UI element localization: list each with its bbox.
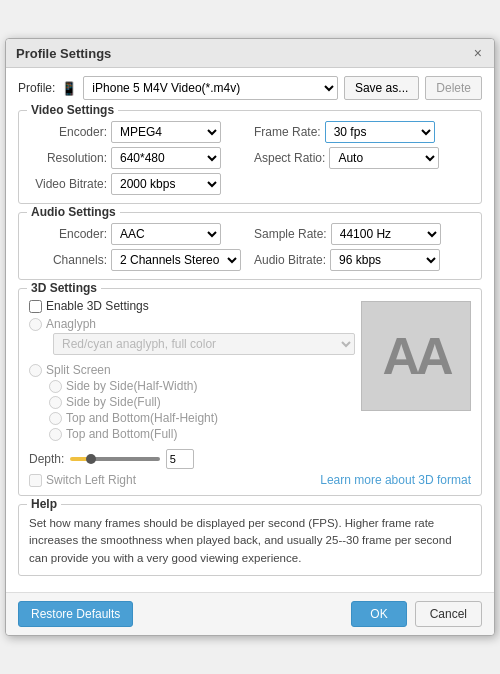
3d-settings-title: 3D Settings	[27, 281, 101, 295]
audio-settings-title: Audio Settings	[27, 205, 120, 219]
frame-rate-select[interactable]: 30 fps	[325, 121, 435, 143]
top-bottom-full-radio[interactable]	[49, 428, 62, 441]
top-bottom-half-label: Top and Bottom(Half-Height)	[66, 411, 218, 425]
switch-left-right-checkbox[interactable]	[29, 474, 42, 487]
help-section: Help Set how many frames should be displ…	[18, 504, 482, 576]
resolution-label: Resolution:	[29, 151, 107, 165]
profile-row: Profile: 📱 iPhone 5 M4V Video(*.m4v) Sav…	[18, 76, 482, 100]
footer-right: OK Cancel	[351, 601, 482, 627]
audio-encoder-select[interactable]: AAC	[111, 223, 221, 245]
footer: Restore Defaults OK Cancel	[6, 592, 494, 635]
audio-bitrate-label: Audio Bitrate:	[254, 253, 326, 267]
audio-settings-section: Audio Settings Encoder: AAC Sample Rate:…	[18, 212, 482, 280]
depth-label: Depth:	[29, 452, 64, 466]
top-bottom-half-radio[interactable]	[49, 412, 62, 425]
frame-rate-label: Frame Rate:	[254, 125, 321, 139]
split-screen-radio-row: Split Screen	[29, 363, 351, 377]
encoder-select[interactable]: MPEG4	[111, 121, 221, 143]
profile-label: Profile:	[18, 81, 55, 95]
profile-settings-dialog: Profile Settings × Profile: 📱 iPhone 5 M…	[5, 38, 495, 636]
help-text: Set how many frames should be displayed …	[29, 515, 471, 567]
audio-settings-content: Encoder: AAC Sample Rate: 44100 Hz	[29, 223, 471, 271]
side-by-side-full-radio[interactable]	[49, 396, 62, 409]
anaglyph-label: Anaglyph	[46, 317, 96, 331]
depth-value-input[interactable]	[166, 449, 194, 469]
channels-label: Channels:	[29, 253, 107, 267]
aspect-ratio-select[interactable]: Auto	[329, 147, 439, 169]
depth-slider[interactable]	[70, 457, 160, 461]
video-settings-section: Video Settings Encoder: MPEG4 Frame Rate…	[18, 110, 482, 204]
video-bitrate-label: Video Bitrate:	[29, 177, 107, 191]
preview-text: AA	[382, 326, 449, 386]
audio-bitrate-select[interactable]: 96 kbps	[330, 249, 440, 271]
top-bottom-full-row: Top and Bottom(Full)	[49, 427, 351, 441]
channels-select[interactable]: 2 Channels Stereo	[111, 249, 241, 271]
audio-encoder-label: Encoder:	[29, 227, 107, 241]
side-by-side-half-label: Side by Side(Half-Width)	[66, 379, 197, 393]
side-by-side-half-row: Side by Side(Half-Width)	[49, 379, 351, 393]
top-bottom-half-row: Top and Bottom(Half-Height)	[49, 411, 351, 425]
save-as-button[interactable]: Save as...	[344, 76, 419, 100]
3d-settings-left: Enable 3D Settings Anaglyph Red/cyan ana…	[29, 299, 351, 443]
video-settings-title: Video Settings	[27, 103, 118, 117]
enable-3d-label: Enable 3D Settings	[46, 299, 149, 313]
top-bottom-full-label: Top and Bottom(Full)	[66, 427, 177, 441]
video-settings-content: Encoder: MPEG4 Frame Rate: 30 fps	[29, 121, 471, 195]
split-screen-radio[interactable]	[29, 364, 42, 377]
side-by-side-full-label: Side by Side(Full)	[66, 395, 161, 409]
restore-defaults-button[interactable]: Restore Defaults	[18, 601, 133, 627]
split-screen-label: Split Screen	[46, 363, 111, 377]
phone-icon: 📱	[61, 81, 77, 96]
sample-rate-select[interactable]: 44100 Hz	[331, 223, 441, 245]
switch-left-right-row: Switch Left Right	[29, 473, 136, 487]
switch-left-right-label: Switch Left Right	[46, 473, 136, 487]
dialog-body: Profile: 📱 iPhone 5 M4V Video(*.m4v) Sav…	[6, 68, 494, 592]
resolution-select[interactable]: 640*480	[111, 147, 221, 169]
cancel-button[interactable]: Cancel	[415, 601, 482, 627]
close-button[interactable]: ×	[472, 45, 484, 61]
video-bitrate-select[interactable]: 2000 kbps	[111, 173, 221, 195]
anaglyph-radio-row: Anaglyph	[29, 317, 351, 331]
enable-3d-row: Enable 3D Settings	[29, 299, 351, 313]
profile-select[interactable]: iPhone 5 M4V Video(*.m4v)	[83, 76, 338, 100]
help-title: Help	[27, 497, 61, 511]
3d-settings-content: AA Enable 3D Settings Anaglyph	[29, 299, 471, 487]
learn-more-link[interactable]: Learn more about 3D format	[320, 473, 471, 487]
enable-3d-checkbox[interactable]	[29, 300, 42, 313]
delete-button[interactable]: Delete	[425, 76, 482, 100]
side-by-side-full-row: Side by Side(Full)	[49, 395, 351, 409]
ok-button[interactable]: OK	[351, 601, 406, 627]
encoder-label: Encoder:	[29, 125, 107, 139]
preview-box: AA	[361, 301, 471, 411]
anaglyph-radio[interactable]	[29, 318, 42, 331]
depth-row: Depth:	[29, 449, 471, 469]
sample-rate-label: Sample Rate:	[254, 227, 327, 241]
3d-settings-section: 3D Settings AA Enable 3D Settings Anagly	[18, 288, 482, 496]
aspect-ratio-label: Aspect Ratio:	[254, 151, 325, 165]
anaglyph-select[interactable]: Red/cyan anaglyph, full color	[53, 333, 355, 355]
side-by-side-half-radio[interactable]	[49, 380, 62, 393]
dialog-title: Profile Settings	[16, 46, 111, 61]
title-bar: Profile Settings ×	[6, 39, 494, 68]
